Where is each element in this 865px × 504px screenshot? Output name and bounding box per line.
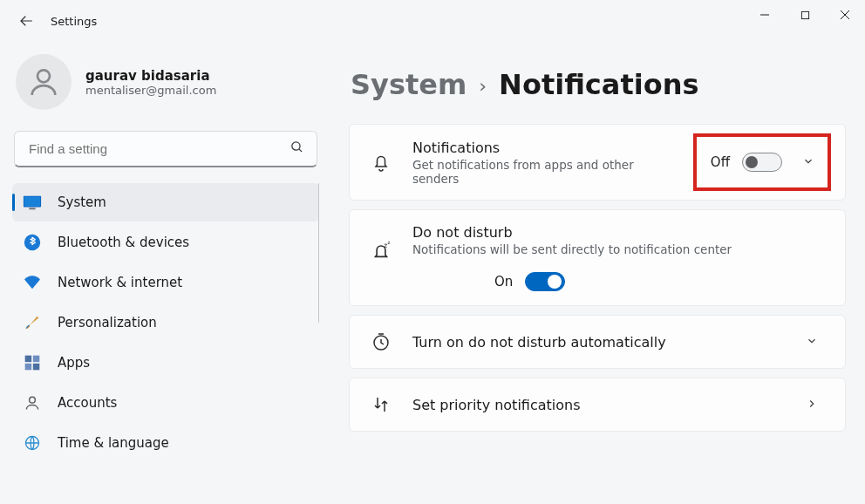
svg-text:z: z [388, 241, 391, 245]
profile-block[interactable]: gaurav bidasaria mentaliser@gmail.com [12, 49, 319, 119]
globe-icon [23, 433, 42, 453]
system-icon [23, 193, 42, 212]
chevron-down-icon [806, 335, 818, 347]
svg-rect-7 [25, 356, 32, 363]
notifications-toggle-highlight: Off [693, 133, 831, 191]
chevron-right-icon: › [479, 75, 487, 97]
search-box[interactable] [14, 131, 317, 167]
search-icon [289, 140, 304, 158]
dnd-text: Do not disturb Notifications will be sen… [412, 224, 826, 291]
bell-icon [369, 150, 393, 174]
sidebar-item-accounts[interactable]: Accounts [12, 384, 319, 422]
sidebar-item-label: Apps [58, 355, 90, 371]
sidebar-item-personalization[interactable]: Personalization [12, 303, 319, 342]
open-priority-button[interactable] [798, 397, 826, 413]
close-icon [840, 10, 850, 20]
svg-point-2 [292, 142, 300, 150]
content-area: System › Notifications Notifications Get… [331, 42, 865, 504]
minimize-icon [759, 10, 770, 20]
person-icon [26, 65, 61, 99]
wifi-icon [23, 273, 42, 292]
dnd-toggle[interactable] [525, 272, 565, 291]
auto-dnd-title: Turn on do not disturb automatically [412, 334, 779, 351]
notifications-toggle[interactable] [742, 153, 782, 172]
priority-card[interactable]: Set priority notifications [349, 378, 846, 432]
expand-auto-dnd-button[interactable] [798, 334, 826, 351]
profile-text: gaurav bidasaria mentaliser@gmail.com [85, 68, 216, 97]
sidebar-item-label: System [58, 194, 106, 210]
sidebar-item-apps[interactable]: Apps [12, 344, 319, 382]
notifications-subtitle: Get notifications from apps and other se… [412, 158, 674, 186]
notifications-state: Off [711, 154, 730, 170]
svg-point-11 [30, 397, 36, 403]
svg-rect-10 [33, 364, 40, 371]
svg-rect-4 [24, 197, 40, 207]
profile-email: mentaliser@gmail.com [85, 84, 216, 97]
minimize-button[interactable] [745, 0, 785, 30]
sidebar-item-label: Bluetooth & devices [58, 235, 189, 250]
notifications-card: Notifications Get notifications from app… [349, 124, 846, 201]
apps-icon [23, 353, 42, 372]
svg-point-1 [37, 70, 50, 82]
accounts-icon [23, 393, 42, 412]
window-title: Settings [51, 15, 97, 28]
sidebar-item-time-language[interactable]: Time & language [12, 424, 319, 462]
back-button[interactable] [9, 3, 44, 38]
search-input[interactable] [27, 140, 289, 157]
sidebar-item-label: Personalization [58, 315, 157, 330]
priority-title: Set priority notifications [412, 397, 779, 413]
breadcrumb-parent[interactable]: System [351, 68, 467, 101]
notifications-title: Notifications [412, 140, 674, 156]
priority-icon [369, 392, 393, 417]
titlebar: Settings [0, 0, 865, 42]
dnd-card: zz Do not disturb Notifications will be … [349, 209, 846, 306]
sidebar-item-bluetooth[interactable]: Bluetooth & devices [12, 223, 319, 262]
sidebar-item-system[interactable]: System [12, 183, 319, 221]
dnd-state: On [494, 274, 513, 289]
svg-rect-0 [801, 11, 808, 18]
avatar [16, 54, 72, 110]
close-button[interactable] [825, 0, 865, 30]
arrow-left-icon [18, 13, 34, 29]
profile-name: gaurav bidasaria [85, 68, 216, 84]
nav-list: System Bluetooth & devices Network & int… [12, 183, 319, 462]
maximize-icon [800, 10, 810, 20]
sidebar-item-label: Network & internet [58, 275, 182, 290]
sidebar-item-network[interactable]: Network & internet [12, 263, 319, 302]
auto-dnd-card[interactable]: Turn on do not disturb automatically [349, 315, 846, 369]
sidebar-item-label: Accounts [58, 395, 117, 411]
clock-icon [369, 330, 393, 354]
sidebar: gaurav bidasaria mentaliser@gmail.com Sy… [0, 42, 331, 504]
breadcrumb: System › Notifications [351, 68, 846, 101]
maximize-button[interactable] [785, 0, 825, 30]
notifications-text: Notifications Get notifications from app… [412, 140, 674, 186]
chevron-right-icon [806, 398, 818, 410]
bluetooth-icon [23, 233, 42, 252]
window-controls [745, 0, 865, 30]
dnd-icon: zz [369, 240, 393, 264]
dnd-subtitle: Notifications will be sent directly to n… [412, 242, 826, 256]
svg-rect-5 [29, 208, 35, 209]
chevron-down-icon [802, 155, 814, 167]
expand-notifications-button[interactable] [794, 154, 822, 171]
sidebar-item-label: Time & language [58, 435, 169, 451]
page-title: Notifications [499, 68, 698, 101]
svg-rect-9 [25, 364, 32, 371]
paintbrush-icon [23, 313, 42, 332]
svg-rect-8 [33, 356, 40, 363]
dnd-title: Do not disturb [412, 224, 826, 241]
sidebar-scrollbar[interactable] [318, 183, 319, 323]
